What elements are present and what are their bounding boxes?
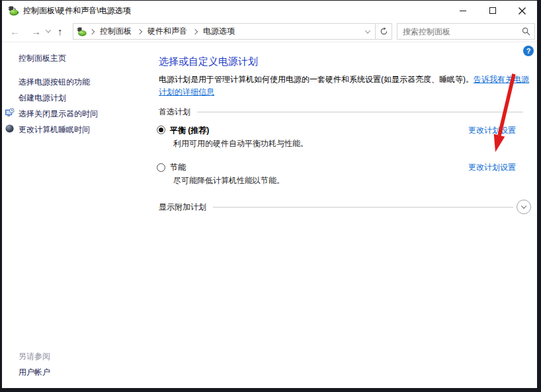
breadcrumb-control-panel[interactable]: 控制面板 bbox=[97, 26, 134, 37]
plan-balanced-name[interactable]: 平衡 (推荐) bbox=[170, 125, 209, 136]
preferred-plans-label: 首选计划 bbox=[159, 106, 190, 118]
screen: 控制面板\硬件和声音\电源选项 ← → bbox=[0, 0, 541, 392]
change-plan-settings-balanced-link[interactable]: 更改计划设置 bbox=[468, 125, 516, 136]
chevron-right-icon bbox=[89, 28, 95, 34]
back-icon: ← bbox=[10, 26, 20, 36]
address-dropdown-button[interactable] bbox=[360, 24, 375, 39]
search-input[interactable] bbox=[403, 27, 522, 36]
refresh-button[interactable] bbox=[375, 24, 392, 39]
chevron-down-icon bbox=[46, 27, 51, 32]
additional-plans-section: 显示附加计划 bbox=[159, 200, 513, 214]
page-title: 选择或自定义电源计划 bbox=[159, 56, 258, 68]
sidebar-item-user-accounts[interactable]: 用户帐户 bbox=[19, 367, 50, 378]
additional-plans-label: 显示附加计划 bbox=[159, 202, 206, 213]
power-options-window: 控制面板\硬件和声音\电源选项 ← → bbox=[2, 1, 537, 388]
close-icon bbox=[519, 7, 526, 15]
up-button[interactable]: ↑ bbox=[58, 20, 63, 42]
plan-power-saver-description: 尽可能降低计算机性能以节能。 bbox=[173, 175, 284, 186]
section-divider bbox=[213, 207, 513, 208]
radio-power-saver[interactable] bbox=[157, 163, 165, 172]
chevron-down-icon bbox=[521, 203, 526, 208]
breadcrumb: 控制面板 硬件和声音 电源选项 bbox=[73, 24, 360, 39]
up-icon: ↑ bbox=[58, 26, 63, 36]
sidebar-item-choose-display-off-time[interactable]: 选择关闭显示器的时间 bbox=[19, 108, 98, 120]
search-icon[interactable] bbox=[522, 27, 530, 36]
minimize-button[interactable] bbox=[448, 1, 478, 20]
search-box bbox=[397, 23, 535, 40]
refresh-icon bbox=[380, 27, 388, 36]
sidebar-item-control-panel-home[interactable]: 控制面板主页 bbox=[19, 53, 66, 64]
sidebar-item-power-buttons[interactable]: 选择电源按钮的功能 bbox=[19, 77, 90, 88]
content-area: 控制面板主页 选择电源按钮的功能 创建电源计划 选择关闭显示器的时间 bbox=[2, 42, 537, 388]
caption-buttons bbox=[448, 1, 537, 20]
recent-pages-button[interactable] bbox=[46, 20, 50, 42]
sidebar-item-create-power-plan[interactable]: 创建电源计划 bbox=[19, 93, 66, 104]
show-additional-plans-button[interactable] bbox=[517, 200, 531, 214]
help-button[interactable]: ? bbox=[523, 46, 534, 56]
maximize-icon bbox=[489, 7, 496, 14]
forward-button[interactable]: → bbox=[31, 20, 41, 42]
address-bar[interactable]: 控制面板 硬件和声音 电源选项 bbox=[73, 23, 392, 40]
intro-text: 电源计划是用于管理计算机如何使用电源的一套硬件和系统设置(如显示器亮度、睡眠等)… bbox=[159, 75, 474, 84]
forward-icon: → bbox=[31, 26, 41, 36]
close-button[interactable] bbox=[507, 1, 537, 20]
navigation-toolbar: ← → ↑ bbox=[2, 20, 537, 42]
breadcrumb-power-options[interactable]: 电源选项 bbox=[200, 26, 237, 37]
intro-paragraph: 电源计划是用于管理计算机如何使用电源的一套硬件和系统设置(如显示器亮度、睡眠等)… bbox=[159, 73, 529, 98]
section-divider bbox=[197, 112, 523, 112]
chevron-right-icon bbox=[192, 28, 198, 34]
minimize-icon bbox=[460, 11, 466, 11]
maximize-button[interactable] bbox=[478, 1, 507, 20]
breadcrumb-hardware-sound[interactable]: 硬件和声音 bbox=[145, 26, 190, 37]
sidebar-item-change-sleep-time[interactable]: 更改计算机睡眠时间 bbox=[19, 124, 90, 136]
plan-power-saver-name[interactable]: 节能 bbox=[170, 162, 186, 173]
titlebar: 控制面板\硬件和声音\电源选项 bbox=[2, 1, 537, 20]
preferred-plans-section: 首选计划 bbox=[159, 106, 523, 118]
see-also-header: 另请参阅 bbox=[19, 351, 50, 362]
chevron-right-icon bbox=[137, 28, 142, 34]
plan-balanced-description: 利用可用的硬件自动平衡功耗与性能。 bbox=[173, 138, 308, 149]
power-options-app-icon bbox=[8, 5, 19, 16]
radio-balanced[interactable] bbox=[157, 126, 165, 134]
window-title: 控制面板\硬件和声音\电源选项 bbox=[23, 5, 131, 17]
sleep-sphere-icon bbox=[5, 124, 15, 134]
chevron-down-icon bbox=[365, 28, 370, 33]
monitor-clock-icon bbox=[5, 108, 15, 118]
question-mark-icon: ? bbox=[526, 47, 531, 55]
change-plan-settings-power-saver-link[interactable]: 更改计划设置 bbox=[468, 162, 516, 173]
back-button[interactable]: ← bbox=[10, 20, 20, 42]
power-options-crumb-icon bbox=[77, 26, 87, 36]
